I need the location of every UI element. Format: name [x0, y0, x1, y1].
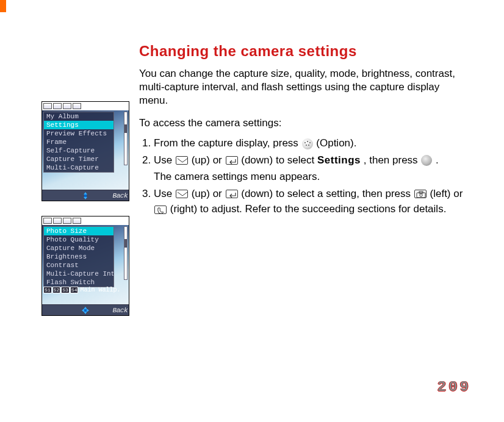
menu-list: Photo Size Photo Quality Capture Mode Br…: [43, 226, 114, 287]
status-icon: [53, 218, 62, 224]
menu-item[interactable]: Multi-Capture Int: [44, 270, 113, 278]
step-text: Use: [154, 188, 175, 199]
size-tag: S3: [61, 287, 70, 293]
status-icon: [43, 103, 52, 109]
dpad-icon: [81, 191, 90, 200]
size-tag: S4: [70, 287, 79, 293]
camera-left-icon: [414, 190, 427, 198]
back-arrow-down-icon: [226, 190, 238, 198]
status-icon: [43, 218, 52, 224]
svg-point-6: [308, 145, 309, 146]
bottom-tag-row: S1 S2 S3 S4 Main Wallp.: [43, 287, 120, 293]
menu-item[interactable]: Contrast: [44, 261, 113, 270]
envelope-up-icon: [176, 190, 188, 198]
svg-point-4: [309, 142, 311, 143]
dpad-icon: [81, 306, 90, 315]
phone-softkey-bar: Back: [42, 304, 129, 315]
settings-label-bold: Settings: [317, 154, 361, 166]
page-corner-tab: [0, 0, 6, 12]
menu-item[interactable]: Photo Quality: [44, 235, 113, 244]
phone-status-bar: [42, 102, 129, 110]
menu-item[interactable]: Self-Capture: [44, 146, 113, 155]
menu-item[interactable]: Flash Switch: [44, 278, 113, 287]
svg-rect-0: [84, 195, 87, 197]
screenshot-settings-menu: Photo Size Photo Quality Capture Mode Br…: [41, 216, 129, 316]
step-subtext: The camera settings menu appears.: [154, 169, 471, 185]
page-content: My Album Settings Preview Effects Frame …: [41, 43, 471, 331]
menu-item-selected[interactable]: Settings: [44, 121, 113, 129]
menu-item[interactable]: Frame: [44, 138, 113, 146]
menu-list: My Album Settings Preview Effects Frame …: [43, 112, 114, 173]
size-tag: S2: [52, 287, 61, 293]
menu-item[interactable]: Capture Mode: [44, 244, 113, 252]
status-icon: [73, 103, 81, 109]
step-text: (right) to adjust. Refer to the succeedi…: [170, 203, 447, 215]
svg-point-8: [420, 194, 422, 196]
size-label: Main Wallp.: [80, 287, 120, 293]
phone-status-bar: [42, 216, 129, 225]
status-icon: [53, 103, 62, 109]
svg-rect-1: [84, 309, 87, 312]
scrollbar[interactable]: [124, 112, 128, 165]
svg-point-3: [307, 141, 308, 142]
intro-paragraph: You can change the capture size, quality…: [139, 67, 471, 107]
step-text: (up) or: [192, 154, 225, 166]
step-text: (down) to select a setting, then press: [241, 188, 414, 199]
status-icon: [63, 103, 71, 109]
phone-screen: My Album Settings Preview Effects Frame …: [42, 110, 129, 190]
center-button-icon: [421, 155, 432, 166]
phone-right-icon: [154, 206, 167, 214]
section-heading: Changing the camera settings: [139, 43, 471, 60]
size-tag: S1: [43, 287, 52, 293]
step-1: From the capture display, press (Option)…: [154, 135, 471, 151]
status-icon: [73, 218, 81, 224]
option-button-icon: [302, 138, 313, 149]
phone-softkey-bar: Back: [42, 190, 129, 201]
softkey-back[interactable]: Back: [113, 307, 128, 314]
step-text: , then press: [364, 154, 421, 166]
menu-item[interactable]: Brightness: [44, 252, 113, 261]
screenshots-column: My Album Settings Preview Effects Frame …: [41, 43, 128, 331]
step-text: (Option).: [316, 137, 356, 149]
softkey-back[interactable]: Back: [113, 192, 128, 199]
scrollbar[interactable]: [124, 226, 128, 280]
phone-screen: Photo Size Photo Quality Capture Mode Br…: [42, 225, 129, 304]
menu-item[interactable]: Multi-Capture: [44, 163, 113, 172]
back-arrow-down-icon: [226, 156, 238, 165]
svg-point-2: [304, 142, 306, 143]
step-text: (left) or: [430, 188, 463, 199]
step-text: .: [436, 154, 439, 166]
menu-item-selected[interactable]: Photo Size: [44, 227, 113, 235]
menu-item[interactable]: Preview Effects: [44, 129, 113, 138]
step-text: From the capture display, press: [154, 137, 301, 149]
step-text: (up) or: [192, 188, 225, 199]
step-2: Use (up) or (down) to select Settings , …: [154, 152, 471, 185]
steps-list: From the capture display, press (Option)…: [139, 135, 471, 217]
step-3: Use (up) or (down) to select a setting, …: [154, 186, 471, 217]
status-icon: [63, 218, 71, 224]
text-column: Changing the camera settings You can cha…: [139, 43, 471, 331]
screenshot-camera-menu: My Album Settings Preview Effects Frame …: [41, 101, 129, 201]
menu-item[interactable]: Capture Timer: [44, 155, 113, 163]
svg-point-5: [306, 145, 307, 146]
step-text: Use: [154, 154, 175, 166]
envelope-up-icon: [176, 156, 188, 165]
menu-item[interactable]: My Album: [44, 112, 113, 121]
page-number: 209: [437, 379, 471, 395]
sub-heading: To access the camera settings:: [139, 117, 471, 129]
step-text: (down) to select: [241, 154, 317, 166]
